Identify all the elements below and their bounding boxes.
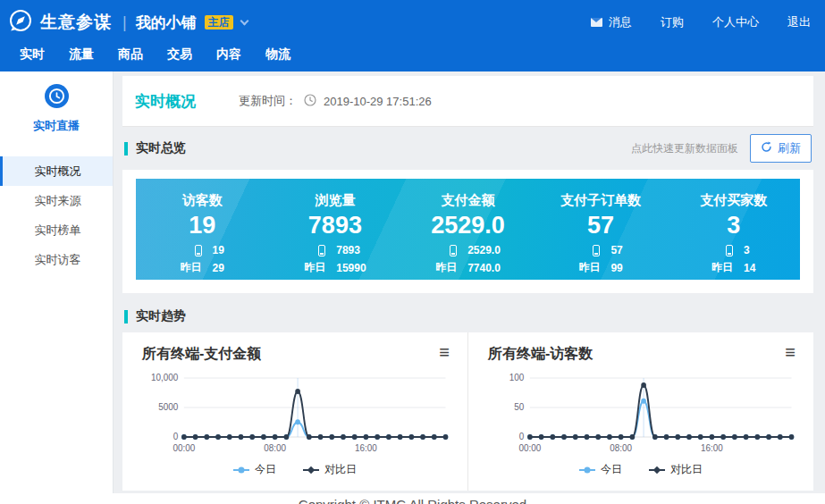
- stat-value: 57: [535, 211, 668, 239]
- stat-yesterday-value: 14: [744, 262, 755, 274]
- personal-center-link[interactable]: 个人中心: [712, 14, 759, 30]
- yesterday-label: 昨日: [181, 260, 202, 275]
- svg-text:0: 0: [173, 432, 179, 441]
- refresh-icon: [761, 141, 772, 155]
- nav-item-traffic[interactable]: 流量: [65, 45, 97, 64]
- nav-item-content[interactable]: 内容: [213, 45, 245, 64]
- today-series-marker-icon: [579, 469, 595, 471]
- compare-series-marker-icon: [649, 469, 665, 471]
- chart-title: 所有终端-访客数: [483, 345, 799, 364]
- sidebar-live-header[interactable]: 实时直播: [0, 71, 113, 134]
- stat-payment-amount: 支付金额 2529.0 2529.0 昨日 7740.0: [401, 179, 535, 280]
- yesterday-label: 昨日: [578, 260, 600, 275]
- sidebar-menu: 实时概况 实时来源 实时榜单 实时访客: [0, 156, 113, 274]
- sidebar: 实时直播 实时概况 实时来源 实时榜单 实时访客: [0, 71, 114, 493]
- stat-value: 2529.0: [401, 211, 535, 239]
- svg-text:00:00: 00:00: [518, 443, 541, 453]
- overview-section-header: 实时总览 点此快速更新数据面板 刷新: [122, 127, 813, 170]
- stat-paid-suborders: 支付子订单数 57 57 昨日 99: [535, 179, 668, 280]
- yesterday-label: 昨日: [304, 260, 325, 275]
- accent-bar: [124, 310, 128, 323]
- stat-mobile-value: 3: [744, 244, 750, 256]
- legend-item-today[interactable]: 今日: [233, 462, 276, 477]
- top-header: 生意参谋 | 我的小铺 主店 消息 订购 个人中心 退出 实时 流量 商品 交易…: [0, 0, 825, 71]
- messages-link[interactable]: 消息: [591, 14, 632, 30]
- page-title: 实时概况: [135, 91, 196, 112]
- sidebar-live-label: 实时直播: [0, 118, 113, 134]
- legend-item-compare[interactable]: 对比日: [649, 462, 703, 477]
- chevron-down-icon[interactable]: [240, 16, 248, 25]
- yesterday-label: 昨日: [435, 260, 457, 275]
- legend-item-today[interactable]: 今日: [579, 462, 622, 477]
- update-timestamp: 2019-10-29 17:51:26: [324, 95, 432, 108]
- update-time-group: 更新时间： 2019-10-29 17:51:26: [239, 93, 432, 109]
- stat-mobile-value: 2529.0: [467, 244, 501, 256]
- stat-paid-buyers: 支付买家数 3 3 昨日 14: [667, 179, 800, 280]
- main-nav: 实时 流量 商品 交易 内容 物流: [0, 39, 825, 70]
- accent-bar: [124, 142, 128, 155]
- stat-yesterday-value: 15990: [336, 262, 366, 274]
- stat-mobile-value: 7893: [336, 244, 360, 256]
- footer: Copyright © ITMC All Rights Reserved: [0, 493, 825, 504]
- trend-section-header: 实时趋势: [122, 300, 813, 332]
- svg-text:100: 100: [509, 373, 525, 382]
- payment-amount-line-chart: 0500010,00000:0008:0016:00: [137, 365, 453, 458]
- envelope-icon: [591, 18, 602, 27]
- mobile-icon: [195, 245, 202, 256]
- svg-text:08:00: 08:00: [264, 443, 286, 453]
- svg-text:10,000: 10,000: [151, 373, 179, 382]
- nav-item-products[interactable]: 商品: [114, 45, 147, 64]
- svg-text:5000: 5000: [158, 402, 178, 412]
- refresh-hint-text: 点此快速更新数据面板: [631, 141, 738, 156]
- yesterday-label: 昨日: [711, 260, 733, 275]
- chart-menu-icon[interactable]: ≡: [439, 343, 450, 361]
- main-content: 实时概况 更新时间： 2019-10-29 17:51:26 实时总览 点此快速…: [114, 71, 825, 493]
- compass-logo-icon: [9, 9, 32, 36]
- small-clock-icon: [304, 94, 316, 109]
- update-time-label: 更新时间：: [239, 93, 297, 109]
- app-logo[interactable]: 生意参谋: [9, 9, 112, 36]
- stat-value: 7893: [269, 211, 402, 239]
- sidebar-item-realtime-ranking[interactable]: 实时榜单: [0, 215, 113, 245]
- subscribe-link[interactable]: 订购: [661, 14, 684, 30]
- today-series-marker-icon: [233, 469, 249, 471]
- brand-name: 生意参谋: [40, 11, 112, 34]
- trend-section-title: 实时趋势: [136, 308, 186, 324]
- copyright-text: Copyright © ITMC All Rights Reserved: [299, 497, 526, 504]
- page-title-row: 实时概况 更新时间： 2019-10-29 17:51:26: [122, 76, 813, 127]
- mobile-icon: [318, 245, 325, 256]
- logout-link[interactable]: 退出: [787, 14, 811, 30]
- overview-section-title: 实时总览: [136, 140, 186, 156]
- trend-charts-card: 所有终端-支付金额 ≡ 0500010,00000:0008:0016:00 今…: [122, 332, 813, 491]
- svg-text:16:00: 16:00: [355, 443, 377, 453]
- chart-payment-amount: 所有终端-支付金额 ≡ 0500010,00000:0008:0016:00 今…: [122, 332, 467, 491]
- nav-item-trade[interactable]: 交易: [164, 45, 196, 64]
- stat-mobile-value: 57: [610, 244, 622, 256]
- stat-value: 19: [136, 211, 269, 239]
- stat-yesterday-value: 99: [610, 262, 622, 274]
- svg-text:00:00: 00:00: [173, 443, 195, 453]
- sidebar-item-realtime-overview[interactable]: 实时概况: [0, 156, 113, 186]
- nav-item-logistics[interactable]: 物流: [262, 45, 294, 64]
- sidebar-item-realtime-visitors[interactable]: 实时访客: [0, 245, 113, 274]
- chart-title: 所有终端-支付金额: [137, 345, 453, 364]
- chart-menu-icon[interactable]: ≡: [785, 343, 796, 361]
- sidebar-item-realtime-sources[interactable]: 实时来源: [0, 186, 113, 215]
- mobile-icon: [593, 245, 600, 256]
- stat-visitors: 访客数 19 19 昨日 29: [136, 179, 269, 280]
- legend-item-compare[interactable]: 对比日: [303, 462, 357, 477]
- mobile-icon: [726, 245, 733, 256]
- shop-name: 我的小铺: [136, 13, 197, 33]
- chart-legend: 今日 对比日: [483, 462, 799, 477]
- refresh-button[interactable]: 刷新: [750, 134, 812, 163]
- svg-text:16:00: 16:00: [701, 443, 723, 453]
- stat-yesterday-value: 7740.0: [467, 262, 501, 274]
- svg-text:50: 50: [514, 402, 524, 412]
- brand-divider: |: [122, 13, 127, 32]
- chart-visitors: 所有终端-访客数 ≡ 05010000:0008:0016:00 今日 对比日: [467, 332, 813, 491]
- mobile-icon: [450, 245, 457, 256]
- nav-item-realtime[interactable]: 实时: [16, 45, 48, 64]
- clock-icon: [45, 96, 69, 111]
- visitors-line-chart: 05010000:0008:0016:00: [483, 365, 799, 458]
- shop-type-badge[interactable]: 主店: [205, 15, 233, 29]
